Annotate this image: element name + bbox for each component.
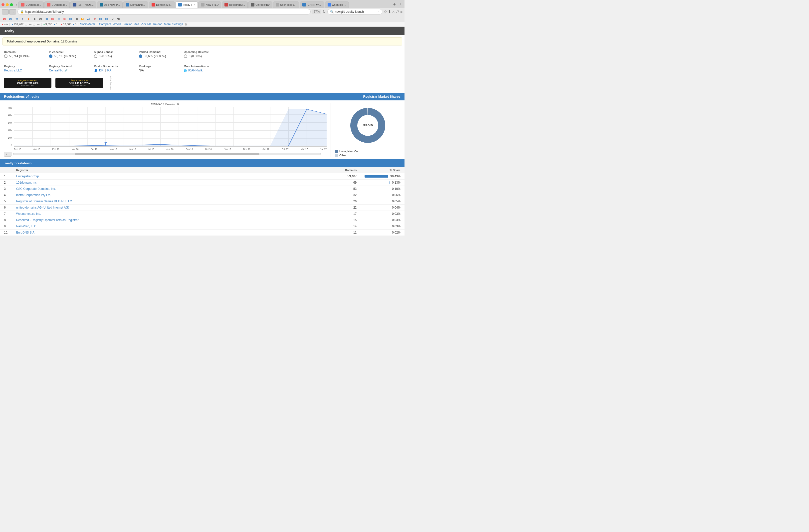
chart-scrollbar[interactable] — [13, 153, 321, 155]
cell-domains-8: 14 — [285, 223, 361, 229]
pick-me-link[interactable]: Pick Me — [141, 22, 152, 26]
central-nic-link[interactable]: CentralNic — [49, 69, 63, 72]
new-tab-button[interactable]: + — [392, 2, 397, 7]
bookmark-item-4[interactable]: ▶ — [26, 16, 32, 21]
browser-tab-7[interactable]: New gTLD — [198, 1, 221, 8]
bookmark-item-14[interactable]: Zo — [86, 16, 91, 21]
home-icon[interactable]: ⌂ — [392, 10, 395, 14]
ra-link[interactable]: RA — [107, 69, 111, 72]
forward-button[interactable]: → — [9, 9, 16, 15]
browser-tab-8[interactable]: RegistrarSl... — [222, 1, 248, 8]
registrar-link-7[interactable]: Reserved - Registry Operator acts as Reg… — [16, 218, 79, 222]
icannwiki-link[interactable]: ICANNWiki — [188, 69, 203, 72]
bookmark-item-1[interactable]: Do — [8, 16, 14, 21]
table-row: 6.united-domains AG (United Internet AG)… — [0, 204, 404, 210]
browser-tab-2[interactable]: (15) TheDo... — [70, 1, 97, 8]
registrar-link-0[interactable]: Uniregistrar Corp — [16, 175, 39, 178]
maximize-button[interactable] — [10, 3, 13, 6]
address-bar[interactable]: 🔒 https://ntldstats.com/tld/realty — [17, 9, 311, 15]
bookmark-item-12[interactable]: ◉ — [74, 16, 80, 21]
bookmark-item-8[interactable]: do — [50, 16, 55, 21]
minimize-button[interactable] — [6, 3, 9, 6]
browser-tab-3[interactable]: Add New P... — [97, 1, 123, 8]
browser-tab-5[interactable]: Domain Mc... — [149, 1, 175, 8]
similar-sites-link[interactable]: Similar Sites — [123, 22, 139, 26]
share-text-2: 0.10% — [392, 187, 400, 191]
bookmark-item-16[interactable]: gT — [98, 16, 103, 21]
chart-scrollbar-thumb[interactable] — [75, 153, 259, 155]
bookmark-item-9[interactable]: ic — [56, 16, 62, 21]
tab-close-6[interactable]: × — [194, 3, 195, 6]
bookmark-item-19[interactable]: Mo — [116, 16, 121, 21]
compare-link[interactable]: Compare — [99, 22, 111, 26]
registrar-link-8[interactable]: NameSilo, LLC — [16, 225, 36, 228]
bookmark-item-6[interactable]: DT — [38, 16, 44, 21]
bookmark-item-3[interactable]: f — [20, 16, 25, 21]
browser-tab-10[interactable]: User accou... — [273, 1, 299, 8]
stats-count1: ● 3,590 — [43, 23, 52, 26]
table-row: 10.EuroDNS S.A.110.02% — [0, 229, 404, 236]
dr-link[interactable]: DR — [99, 69, 103, 72]
rest-documents-value: 👤 DR | RA — [94, 69, 129, 72]
registrar-link-6[interactable]: Webnames.ca Inc. — [16, 212, 41, 216]
url-text[interactable]: https://ntldstats.com/tld/realty — [25, 10, 308, 14]
settings-link[interactable]: Settings — [172, 22, 183, 26]
bookmark-item-11[interactable]: gT — [68, 16, 73, 21]
bookmark-item-18[interactable]: U — [110, 16, 115, 21]
shield-icon[interactable]: 🛡 — [396, 10, 399, 14]
browser-tab-4[interactable]: DomainNa... — [123, 1, 148, 8]
registrar-link-2[interactable]: CSC Corporate Domains, Inc. — [16, 187, 56, 191]
registrar-link-4[interactable]: Registrar of Domain Names REG.RU LLC — [16, 200, 72, 203]
tab-overflow-button[interactable]: ⋮ — [398, 3, 403, 6]
ad-banner-1[interactable]: CÎRQUE DU SOLEIL ONE UP TO 20% MANDALAY … — [4, 78, 51, 88]
browser-tab-6[interactable]: .realty |× — [175, 1, 198, 8]
registrar-link-3[interactable]: Instra Corporation Pty Ltd. — [16, 193, 51, 197]
bookmark-item-15[interactable]: ★ — [92, 16, 97, 21]
close-button[interactable] — [1, 3, 4, 6]
menu-icon[interactable]: ≡ — [400, 10, 402, 14]
browser-tab-1[interactable]: L'Osteria d... — [44, 1, 70, 8]
chart-scroll-left[interactable]: ⟵ — [4, 152, 12, 157]
browser-tab-12[interactable]: when did ... — [325, 1, 349, 8]
bookmark-item-13[interactable]: Es — [80, 16, 85, 21]
upcoming-deletes-number: 0 (0.00%) — [189, 54, 202, 58]
browser-tab-11[interactable]: ICANN Wi... — [299, 1, 324, 8]
bookmark-item-2[interactable]: W — [14, 16, 19, 21]
back-tab-button[interactable]: ‹ — [16, 2, 18, 7]
search-text[interactable]: newgtld .realty launch — [335, 10, 376, 14]
download-icon[interactable]: ⬇ — [388, 10, 391, 14]
registrar-link-9[interactable]: EuroDNS S.A. — [16, 231, 35, 234]
notice-bar: Total count of unprocessed Domains: 12 D… — [2, 37, 402, 46]
donut-legend: Uniregistrar Corp Other — [335, 150, 360, 157]
ad-banner-2[interactable]: CÎRQUE DU SOLEIL ONE UP TO 20% MANDALAY … — [55, 78, 103, 88]
sociometer-link[interactable]: SocioMeter — [80, 22, 96, 26]
tab-label-6: .realty | — [183, 3, 192, 6]
zoom-level: 67% — [312, 10, 321, 14]
page-header: .realty — [0, 27, 404, 35]
bookmark-item-7[interactable]: gt — [44, 16, 49, 21]
whois-link[interactable]: Whois — [113, 22, 121, 26]
table-row: 3.CSC Corporate Domains, Inc.530.10% — [0, 186, 404, 192]
tab-favicon-12 — [328, 3, 331, 6]
bookmark-item-17[interactable]: gT — [104, 16, 109, 21]
bookmark-item-10[interactable]: Na — [62, 16, 67, 21]
registrar-link-5[interactable]: united-domains AG (United Internet AG) — [16, 206, 69, 209]
registry-link[interactable]: Registry, LLC — [4, 69, 22, 72]
registrar-link-1[interactable]: 101domain, Inc. — [16, 181, 37, 184]
search-bar[interactable]: 🔍 newgtld .realty launch → — [327, 9, 382, 15]
bookmark-favicon-12: ◉ — [75, 17, 79, 20]
search-go-button[interactable]: → — [377, 10, 380, 14]
back-button[interactable]: ← — [2, 9, 9, 15]
more-link[interactable]: More — [164, 22, 171, 26]
share-text-9: 0.02% — [392, 231, 400, 234]
bookmark-item-0[interactable]: Do — [2, 16, 7, 21]
bookmark-icon[interactable]: ☆ — [384, 10, 387, 14]
stats-divider — [4, 62, 400, 62]
share-text-1: 0.13% — [392, 181, 400, 184]
bookmark-item-5[interactable]: ◈ — [32, 16, 37, 21]
reload-button[interactable]: ↻ — [323, 10, 326, 14]
browser-tab-9[interactable]: Uniregistrar — [248, 1, 272, 8]
cell-rank-8: 9. — [0, 223, 12, 229]
browser-tab-0[interactable]: L'Osteria d... — [18, 1, 44, 8]
reload-link[interactable]: Reload — [153, 22, 162, 26]
